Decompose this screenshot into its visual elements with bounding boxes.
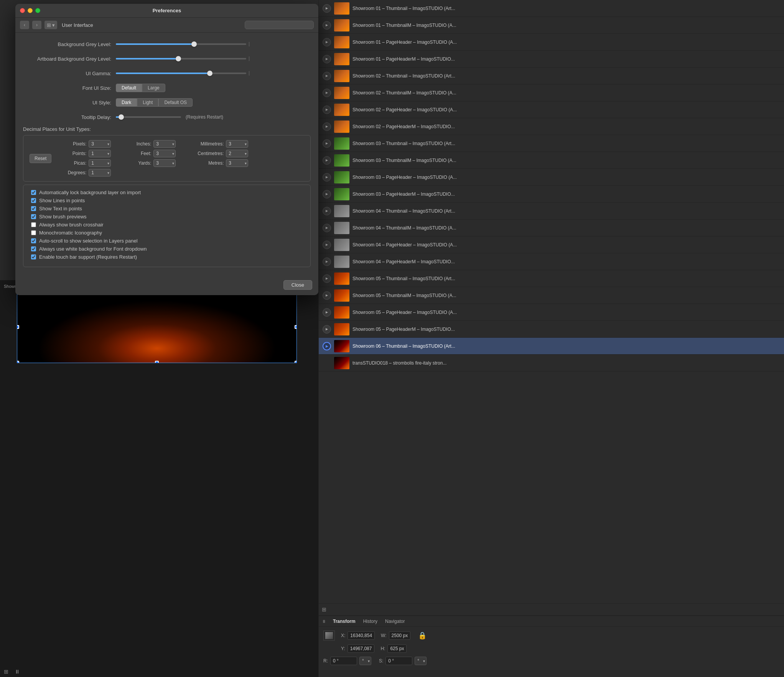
play-button[interactable]: ▶ — [323, 308, 331, 317]
play-button[interactable]: ▶ — [323, 4, 331, 13]
list-item[interactable]: ▶ Showroom 01 – PageHeader – ImagoSTUDIO… — [319, 34, 784, 51]
reset-button[interactable]: Reset — [30, 154, 51, 163]
play-button[interactable]: ▶ — [323, 258, 331, 266]
check-brush-crosshair-input[interactable] — [31, 222, 36, 227]
selection-handle-br[interactable] — [295, 361, 297, 363]
play-button[interactable]: ▶ — [323, 72, 331, 80]
metres-select[interactable]: 3 — [226, 159, 248, 167]
play-button[interactable]: ▶ — [323, 156, 331, 165]
check-brush-previews-input[interactable] — [31, 214, 36, 219]
check-auto-scroll-input[interactable] — [31, 238, 36, 243]
pixels-select[interactable]: 3 — [89, 140, 111, 148]
font-size-large-btn[interactable]: Large — [142, 84, 165, 92]
list-item[interactable]: ▶ Showroom 05 – PageHeaderM – ImagoSTUDI… — [319, 321, 784, 338]
s-unit-select[interactable]: ° — [415, 657, 427, 665]
play-button[interactable]: ▶ — [323, 241, 331, 249]
lock-icon[interactable]: 🔒 — [418, 631, 427, 640]
feet-select[interactable]: 3 — [153, 150, 176, 157]
selection-handle-mr[interactable] — [295, 325, 297, 329]
list-item[interactable]: ▶ Showroom 03 – Thumbnail – ImagoSTUDIO … — [319, 135, 784, 152]
gamma-slider[interactable] — [116, 73, 246, 74]
list-item[interactable]: ▶ Showroom 03 – PageHeader – ImagoSTUDIO… — [319, 169, 784, 186]
tab-history[interactable]: History — [360, 618, 380, 625]
play-button[interactable]: ▶ — [323, 291, 331, 300]
list-item[interactable]: ▶ Showroom 02 – ThumbnailM – ImagoSTUDIO… — [319, 84, 784, 101]
fullscreen-button[interactable] — [35, 8, 40, 13]
list-item[interactable]: ▶ Showroom 04 – ThumbnailM – ImagoSTUDIO… — [319, 220, 784, 236]
list-item[interactable]: ▶ Showroom 03 – ThumbnailM – ImagoSTUDIO… — [319, 152, 784, 169]
play-button[interactable]: ▶ — [323, 207, 331, 215]
list-item-selected[interactable]: ▶ Showroom 06 – Thumbnail – ImagoSTUDIO … — [319, 338, 784, 355]
list-item[interactable]: ▶ Showroom 02 – Thumbnail – ImagoSTUDIO … — [319, 68, 784, 84]
bg-grey-slider[interactable] — [116, 43, 246, 45]
play-button[interactable]: ▶ — [323, 173, 331, 182]
r-unit-select[interactable]: ° — [359, 657, 371, 665]
degrees-select[interactable]: 1 — [89, 169, 111, 177]
list-item[interactable]: ▶ Showroom 02 – PageHeaderM – ImagoSTUDI… — [319, 118, 784, 135]
cm-select[interactable]: 2 — [226, 150, 248, 157]
tab-navigator[interactable]: Navigator — [382, 618, 408, 625]
ui-style-light-btn[interactable]: Light — [137, 98, 158, 107]
minimize-button[interactable] — [28, 8, 33, 13]
r-value[interactable]: 0 ° — [330, 657, 357, 665]
list-item[interactable]: ▶ Showroom 05 – Thumbnail – ImagoSTUDIO … — [319, 270, 784, 287]
forward-button[interactable]: › — [32, 21, 41, 29]
tooltip-slider[interactable] — [116, 116, 181, 118]
close-button[interactable] — [20, 8, 25, 13]
selection-handle-bl[interactable] — [17, 361, 19, 363]
list-item[interactable]: ▶ Showroom 03 – PageHeaderM – ImagoSTUDI… — [319, 186, 784, 203]
check-text-points-input[interactable] — [31, 206, 36, 211]
list-item[interactable]: ▶ Showroom 05 – ThumbnailM – ImagoSTUDIO… — [319, 287, 784, 304]
picas-select[interactable]: 1 — [89, 159, 111, 167]
canvas-image[interactable] — [17, 291, 297, 363]
h-value[interactable]: 625 px — [387, 644, 407, 653]
tab-transform[interactable]: Transform — [330, 618, 359, 625]
play-button[interactable]: ▶ — [323, 89, 331, 97]
ui-style-dark-btn[interactable]: Dark — [116, 98, 137, 107]
close-button[interactable]: Close — [283, 280, 312, 290]
list-item[interactable]: ▶ Showroom 04 – PageHeader – ImagoSTUDIO… — [319, 236, 784, 253]
grid-view-button[interactable]: ⊞ ▾ — [44, 21, 57, 29]
check-lines-points-input[interactable] — [31, 198, 36, 203]
search-input[interactable] — [245, 21, 314, 29]
selection-handle-bm[interactable] — [155, 361, 159, 363]
play-button[interactable]: ▶ — [323, 106, 331, 114]
play-button[interactable]: ▶ — [323, 274, 331, 283]
check-white-bg-input[interactable] — [31, 246, 36, 251]
inches-select[interactable]: 3 — [153, 140, 176, 148]
check-touch-bar-input[interactable] — [31, 254, 36, 259]
back-button[interactable]: ‹ — [20, 21, 29, 29]
mm-select[interactable]: 3 — [226, 140, 248, 148]
play-button[interactable]: ▶ — [323, 139, 331, 148]
list-item[interactable]: ▶ Showroom 02 – PageHeader – ImagoSTUDIO… — [319, 101, 784, 118]
play-button[interactable]: ▶ — [323, 325, 331, 334]
play-button[interactable]: ▶ — [323, 21, 331, 30]
play-button[interactable]: ▶ — [323, 55, 331, 63]
list-item[interactable]: ▶ Showroom 05 – PageHeader – ImagoSTUDIO… — [319, 304, 784, 321]
play-button[interactable]: ▶ — [323, 190, 331, 198]
list-item[interactable]: ▶ Showroom 01 – PageHeaderM – ImagoSTUDI… — [319, 51, 784, 68]
ui-style-default-btn[interactable]: Default OS — [158, 98, 193, 107]
y-value[interactable]: 14967,087 — [348, 644, 375, 653]
w-value[interactable]: 2500 px — [389, 631, 411, 640]
check-auto-lock-input[interactable] — [31, 190, 36, 195]
sub-list-item[interactable]: transSTUDIO018 – strombolis fire-italy s… — [319, 355, 784, 372]
play-button[interactable]: ▶ — [323, 224, 331, 232]
artboard-grey-slider[interactable] — [116, 58, 246, 59]
selection-handle-ml[interactable] — [17, 325, 19, 329]
list-item[interactable]: ▶ Showroom 04 – PageHeaderM – ImagoSTUDI… — [319, 253, 784, 270]
yards-select[interactable]: 3 — [153, 159, 176, 167]
play-button[interactable]: ▶ — [323, 122, 331, 131]
play-button[interactable]: ▶ — [323, 38, 331, 46]
font-size-default-btn[interactable]: Default — [116, 84, 142, 92]
x-value[interactable]: 16340,854 — [348, 631, 375, 640]
list-item[interactable]: ▶ Showroom 01 – Thumbnail – ImagoSTUDIO … — [319, 0, 784, 17]
selected-play-button[interactable]: ▶ — [323, 342, 331, 350]
check-mono-icon-input[interactable] — [31, 230, 36, 235]
points-select[interactable]: 1 — [89, 150, 111, 157]
layers-icon[interactable]: ⊞ — [4, 669, 8, 675]
layers-panel-icon[interactable]: ⊞ — [322, 606, 326, 613]
list-item[interactable]: ▶ Showroom 01 – ThumbnailM – ImagoSTUDIO… — [319, 17, 784, 34]
s-value[interactable]: 0 ° — [385, 657, 412, 665]
list-item[interactable]: ▶ Showroom 04 – Thumbnail – ImagoSTUDIO … — [319, 203, 784, 220]
